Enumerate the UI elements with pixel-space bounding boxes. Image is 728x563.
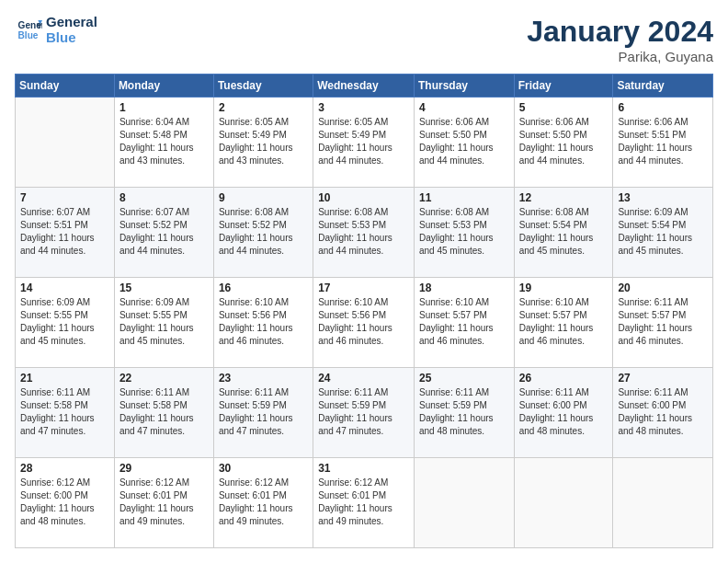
day-info: Sunrise: 6:08 AM Sunset: 5:53 PM Dayligh…	[318, 206, 409, 258]
calendar-cell	[514, 458, 613, 548]
page-header: General Blue General Blue January 2024 P…	[15, 15, 713, 64]
day-info: Sunrise: 6:11 AM Sunset: 5:59 PM Dayligh…	[219, 386, 308, 438]
calendar-cell: 13Sunrise: 6:09 AM Sunset: 5:54 PM Dayli…	[613, 188, 713, 278]
day-number: 22	[119, 372, 209, 385]
calendar-header-wednesday: Wednesday	[313, 75, 415, 98]
day-info: Sunrise: 6:12 AM Sunset: 6:00 PM Dayligh…	[20, 477, 109, 528]
day-info: Sunrise: 6:12 AM Sunset: 6:01 PM Dayligh…	[318, 477, 409, 528]
calendar-cell: 5Sunrise: 6:06 AM Sunset: 5:50 PM Daylig…	[514, 98, 613, 188]
calendar-header-tuesday: Tuesday	[213, 75, 313, 98]
calendar-header-friday: Friday	[514, 75, 613, 98]
day-number: 6	[618, 101, 708, 114]
day-number: 25	[419, 372, 509, 385]
calendar-cell: 8Sunrise: 6:07 AM Sunset: 5:52 PM Daylig…	[114, 188, 213, 278]
day-number: 31	[318, 462, 409, 475]
page-title: January 2024	[527, 15, 713, 49]
logo-icon: General Blue	[17, 17, 42, 43]
day-number: 29	[119, 462, 209, 475]
day-info: Sunrise: 6:11 AM Sunset: 6:00 PM Dayligh…	[519, 386, 609, 438]
calendar-header-monday: Monday	[114, 75, 213, 98]
day-info: Sunrise: 6:11 AM Sunset: 5:59 PM Dayligh…	[419, 386, 509, 438]
calendar-cell: 14Sunrise: 6:09 AM Sunset: 5:55 PM Dayli…	[16, 278, 115, 368]
day-number: 28	[20, 462, 109, 475]
day-info: Sunrise: 6:11 AM Sunset: 5:58 PM Dayligh…	[20, 386, 109, 438]
day-number: 8	[119, 191, 209, 204]
calendar-cell: 30Sunrise: 6:12 AM Sunset: 6:01 PM Dayli…	[213, 458, 313, 548]
day-number: 7	[20, 191, 109, 204]
calendar-cell: 24Sunrise: 6:11 AM Sunset: 5:59 PM Dayli…	[313, 368, 415, 458]
calendar-cell: 25Sunrise: 6:11 AM Sunset: 5:59 PM Dayli…	[414, 368, 514, 458]
calendar-cell: 7Sunrise: 6:07 AM Sunset: 5:51 PM Daylig…	[16, 188, 115, 278]
day-info: Sunrise: 6:11 AM Sunset: 5:57 PM Dayligh…	[618, 296, 708, 348]
day-info: Sunrise: 6:09 AM Sunset: 5:55 PM Dayligh…	[20, 296, 109, 348]
calendar-cell: 16Sunrise: 6:10 AM Sunset: 5:56 PM Dayli…	[213, 278, 313, 368]
calendar-cell	[613, 458, 713, 548]
day-info: Sunrise: 6:10 AM Sunset: 5:57 PM Dayligh…	[419, 296, 509, 348]
day-number: 24	[318, 372, 409, 385]
calendar-cell: 29Sunrise: 6:12 AM Sunset: 6:01 PM Dayli…	[114, 458, 213, 548]
day-info: Sunrise: 6:04 AM Sunset: 5:48 PM Dayligh…	[119, 116, 209, 167]
day-info: Sunrise: 6:06 AM Sunset: 5:50 PM Dayligh…	[519, 116, 609, 167]
title-block: January 2024 Parika, Guyana	[527, 15, 713, 64]
calendar-header-saturday: Saturday	[613, 75, 713, 98]
calendar-header-sunday: Sunday	[16, 75, 115, 98]
day-info: Sunrise: 6:12 AM Sunset: 6:01 PM Dayligh…	[119, 477, 209, 528]
calendar-cell: 9Sunrise: 6:08 AM Sunset: 5:52 PM Daylig…	[213, 188, 313, 278]
calendar-cell	[414, 458, 514, 548]
svg-text:Blue: Blue	[18, 30, 39, 40]
calendar-cell: 31Sunrise: 6:12 AM Sunset: 6:01 PM Dayli…	[313, 458, 415, 548]
calendar-cell: 10Sunrise: 6:08 AM Sunset: 5:53 PM Dayli…	[313, 188, 415, 278]
day-info: Sunrise: 6:10 AM Sunset: 5:56 PM Dayligh…	[219, 296, 308, 348]
day-number: 2	[219, 101, 308, 114]
day-number: 1	[119, 101, 209, 114]
day-number: 23	[219, 372, 308, 385]
day-info: Sunrise: 6:08 AM Sunset: 5:52 PM Dayligh…	[219, 206, 308, 258]
calendar-cell: 20Sunrise: 6:11 AM Sunset: 5:57 PM Dayli…	[613, 278, 713, 368]
calendar-header-thursday: Thursday	[414, 75, 514, 98]
day-number: 18	[419, 282, 509, 294]
calendar-cell: 28Sunrise: 6:12 AM Sunset: 6:00 PM Dayli…	[16, 458, 115, 548]
day-info: Sunrise: 6:10 AM Sunset: 5:56 PM Dayligh…	[318, 296, 409, 348]
calendar-cell: 2Sunrise: 6:05 AM Sunset: 5:49 PM Daylig…	[213, 98, 313, 188]
calendar-cell: 1Sunrise: 6:04 AM Sunset: 5:48 PM Daylig…	[114, 98, 213, 188]
day-number: 17	[318, 282, 409, 294]
day-info: Sunrise: 6:05 AM Sunset: 5:49 PM Dayligh…	[318, 116, 409, 167]
day-info: Sunrise: 6:06 AM Sunset: 5:51 PM Dayligh…	[618, 116, 708, 167]
calendar-cell: 21Sunrise: 6:11 AM Sunset: 5:58 PM Dayli…	[16, 368, 115, 458]
calendar-cell: 27Sunrise: 6:11 AM Sunset: 6:00 PM Dayli…	[613, 368, 713, 458]
day-number: 21	[20, 372, 109, 385]
day-number: 26	[519, 372, 609, 385]
calendar-cell: 3Sunrise: 6:05 AM Sunset: 5:49 PM Daylig…	[313, 98, 415, 188]
calendar-cell: 18Sunrise: 6:10 AM Sunset: 5:57 PM Dayli…	[414, 278, 514, 368]
day-number: 4	[419, 101, 509, 114]
calendar-cell: 26Sunrise: 6:11 AM Sunset: 6:00 PM Dayli…	[514, 368, 613, 458]
calendar-cell: 19Sunrise: 6:10 AM Sunset: 5:57 PM Dayli…	[514, 278, 613, 368]
page-subtitle: Parika, Guyana	[527, 49, 713, 64]
day-number: 12	[519, 191, 609, 204]
logo-line2: Blue	[46, 30, 97, 46]
calendar-cell: 4Sunrise: 6:06 AM Sunset: 5:50 PM Daylig…	[414, 98, 514, 188]
calendar-cell: 15Sunrise: 6:09 AM Sunset: 5:55 PM Dayli…	[114, 278, 213, 368]
calendar-cell: 17Sunrise: 6:10 AM Sunset: 5:56 PM Dayli…	[313, 278, 415, 368]
day-number: 10	[318, 191, 409, 204]
day-number: 3	[318, 101, 409, 114]
day-number: 13	[618, 191, 708, 204]
day-number: 16	[219, 282, 308, 294]
day-info: Sunrise: 6:08 AM Sunset: 5:53 PM Dayligh…	[419, 206, 509, 258]
day-info: Sunrise: 6:11 AM Sunset: 6:00 PM Dayligh…	[618, 386, 708, 438]
day-number: 5	[519, 101, 609, 114]
day-number: 9	[219, 191, 308, 204]
day-info: Sunrise: 6:10 AM Sunset: 5:57 PM Dayligh…	[519, 296, 609, 348]
day-number: 11	[419, 191, 509, 204]
calendar-cell: 6Sunrise: 6:06 AM Sunset: 5:51 PM Daylig…	[613, 98, 713, 188]
calendar-table: SundayMondayTuesdayWednesdayThursdayFrid…	[15, 74, 713, 548]
logo: General Blue General Blue	[15, 15, 97, 45]
day-number: 30	[219, 462, 308, 475]
day-info: Sunrise: 6:07 AM Sunset: 5:51 PM Dayligh…	[20, 206, 109, 258]
day-info: Sunrise: 6:08 AM Sunset: 5:54 PM Dayligh…	[519, 206, 609, 258]
day-info: Sunrise: 6:12 AM Sunset: 6:01 PM Dayligh…	[219, 477, 308, 528]
calendar-cell: 22Sunrise: 6:11 AM Sunset: 5:58 PM Dayli…	[114, 368, 213, 458]
day-info: Sunrise: 6:09 AM Sunset: 5:55 PM Dayligh…	[119, 296, 209, 348]
calendar-cell: 12Sunrise: 6:08 AM Sunset: 5:54 PM Dayli…	[514, 188, 613, 278]
day-info: Sunrise: 6:06 AM Sunset: 5:50 PM Dayligh…	[419, 116, 509, 167]
